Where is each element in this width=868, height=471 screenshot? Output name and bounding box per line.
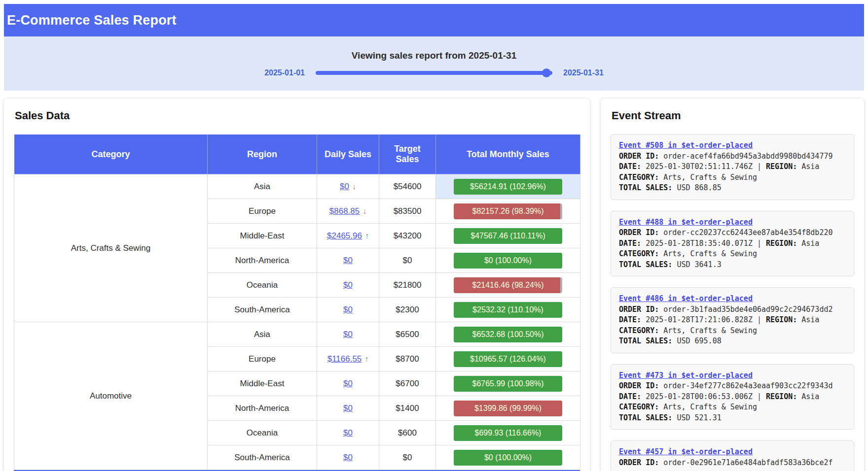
order-id-label: ORDER ID: xyxy=(619,152,659,161)
column-header-region: Region xyxy=(208,135,317,174)
region-cell: North-America xyxy=(208,248,317,273)
region-cell: South-America xyxy=(208,445,317,470)
event-card: Event #488 in $et-order-placedORDER ID: … xyxy=(611,211,854,277)
daily-sales-link[interactable]: $0 xyxy=(343,428,353,437)
daily-sales-cell: $0 xyxy=(317,371,379,396)
total-sales-progress-badge: $0 (100.00%) xyxy=(454,253,562,269)
event-title-line: Event #486 in $et-order-placed xyxy=(619,294,846,304)
daily-sales-link[interactable]: $2465.96 xyxy=(327,231,362,240)
daily-sales-link[interactable]: $0 xyxy=(343,379,353,388)
target-sales-cell: $0 xyxy=(379,445,436,470)
event-link[interactable]: Event #508 in $et-order-placed xyxy=(619,141,753,150)
total-monthly-sales-cell: $0 (100.00%) xyxy=(436,445,580,470)
separator: | xyxy=(757,162,761,171)
region-cell: Europe xyxy=(208,347,317,371)
event-order-id-line: ORDER ID: order-3b1faad35bde4e06ad99c2c2… xyxy=(619,304,846,315)
column-header-category: Category xyxy=(14,135,208,174)
daily-sales-cell: $0 xyxy=(317,248,379,273)
daily-sales-link[interactable]: $0 xyxy=(340,182,349,191)
region-cell: Middle-East xyxy=(208,371,317,396)
daily-sales-link[interactable]: $1166.55 xyxy=(327,354,362,364)
daily-sales-link[interactable]: $0 xyxy=(343,404,353,413)
region-cell: Oceania xyxy=(208,421,317,445)
region-label: REGION: xyxy=(766,239,797,248)
date-label: DATE: xyxy=(619,239,641,248)
category-label: CATEGORY: xyxy=(619,173,659,182)
event-link[interactable]: Event #473 in $et-order-placed xyxy=(619,371,753,380)
event-total-sales-line: TOTAL SALES: USD 695.08 xyxy=(619,336,846,347)
daily-sales-cell: $0↓ xyxy=(317,174,379,199)
target-sales-cell: $21800 xyxy=(379,273,436,298)
date-slider-row: 2025-01-01 2025-01-31 xyxy=(264,68,604,77)
target-sales-cell: $43200 xyxy=(379,224,436,248)
total-sales-value: $10965.57 (126.04%) xyxy=(454,351,562,367)
daily-sales-link[interactable]: $868.85 xyxy=(329,206,360,216)
event-card: Event #457 in $et-order-placedORDER ID: … xyxy=(611,440,854,471)
total-sales-value: $56214.91 (102.96%) xyxy=(454,179,562,195)
total-sales-progress-badge: $10965.57 (126.04%) xyxy=(454,351,562,367)
slider-max-label: 2025-01-31 xyxy=(563,68,604,77)
total-monthly-sales-cell: $6532.68 (100.50%) xyxy=(436,322,580,347)
total-sales-value: $6532.68 (100.50%) xyxy=(454,327,562,342)
separator: | xyxy=(757,392,761,401)
event-link[interactable]: Event #486 in $et-order-placed xyxy=(619,294,753,303)
total-monthly-sales-cell: $10965.57 (126.04%) xyxy=(436,347,580,371)
event-card: Event #486 in $et-order-placedORDER ID: … xyxy=(611,287,854,353)
daily-sales-link[interactable]: $0 xyxy=(343,280,353,290)
target-sales-cell: $6500 xyxy=(379,322,436,347)
date-filter-band: Viewing sales report from 2025-01-31 202… xyxy=(4,36,864,91)
region-cell: Asia xyxy=(208,322,317,347)
region-label: REGION: xyxy=(766,392,797,401)
daily-sales-link[interactable]: $0 xyxy=(343,305,353,314)
daily-sales-cell: $0 xyxy=(317,396,379,421)
total-sales-progress-badge: $6765.99 (100.98%) xyxy=(454,376,562,392)
table-row: Arts, Crafts & SewingAsia$0↓$54600$56214… xyxy=(14,174,580,199)
event-title-line: Event #488 in $et-order-placed xyxy=(619,217,846,228)
total-sales-progress-badge: $47567.46 (110.11%) xyxy=(454,228,562,244)
category-label: CATEGORY: xyxy=(619,249,659,258)
target-sales-cell: $54600 xyxy=(379,174,436,199)
category-label: CATEGORY: xyxy=(619,403,659,411)
total-sales-label: TOTAL SALES: xyxy=(619,336,672,345)
table-row: AutomotiveAsia$0$6500$6532.68 (100.50%) xyxy=(14,322,580,347)
event-total-sales-line: TOTAL SALES: USD 3641.3 xyxy=(619,260,846,270)
separator: | xyxy=(757,239,761,248)
total-sales-value: $6765.99 (100.98%) xyxy=(454,376,562,392)
region-cell: Europe xyxy=(208,199,317,224)
sales-table-header: CategoryRegionDaily SalesTarget SalesTot… xyxy=(14,135,580,174)
event-category-line: CATEGORY: Arts, Crafts & Sewing xyxy=(619,326,846,336)
total-monthly-sales-cell: $82157.26 (98.39%) xyxy=(436,199,580,224)
event-title-line: Event #508 in $et-order-placed xyxy=(619,140,846,151)
event-order-id-line: ORDER ID: order-acef4fa66bd945a3abdd9980… xyxy=(619,151,846,162)
event-date-region-line: DATE: 2025-01-28T00:06:53.006Z | REGION:… xyxy=(619,392,846,403)
target-sales-cell: $83500 xyxy=(379,199,436,224)
total-sales-progress-badge: $82157.26 (98.39%) xyxy=(454,203,562,219)
date-range-slider[interactable] xyxy=(316,71,552,75)
daily-sales-cell: $0 xyxy=(317,322,379,347)
daily-sales-link[interactable]: $0 xyxy=(343,453,353,462)
event-card: Event #508 in $et-order-placedORDER ID: … xyxy=(611,134,854,200)
daily-sales-link[interactable]: $0 xyxy=(343,256,353,265)
category-label: CATEGORY: xyxy=(619,326,659,335)
total-sales-progress-badge: $699.93 (116.66%) xyxy=(454,425,562,441)
slider-thumb[interactable] xyxy=(542,68,551,77)
target-sales-cell: $6700 xyxy=(379,371,436,396)
date-filter-title: Viewing sales report from 2025-01-31 xyxy=(352,50,516,61)
order-id-label: ORDER ID: xyxy=(619,228,659,237)
column-header-total-monthly-sales: Total Monthly Sales xyxy=(436,135,580,174)
event-category-line: CATEGORY: Arts, Crafts & Sewing xyxy=(619,172,846,183)
event-order-id-line: ORDER ID: order-34ef277c862e4a3eaaf903cc… xyxy=(619,381,846,392)
daily-sales-link[interactable]: $0 xyxy=(343,330,353,339)
app-header: E-Commerce Sales Report xyxy=(4,4,864,36)
event-total-sales-line: TOTAL SALES: USD 521.31 xyxy=(619,413,846,424)
target-sales-cell: $0 xyxy=(379,248,436,273)
order-id-label: ORDER ID: xyxy=(619,458,659,467)
category-cell: Arts, Crafts & Sewing xyxy=(14,174,208,322)
content-row: Sales Data CategoryRegionDaily SalesTarg… xyxy=(4,99,864,471)
event-date-region-line: DATE: 2025-01-28T17:21:06.828Z | REGION:… xyxy=(619,315,846,326)
category-cell: Automotive xyxy=(14,322,208,470)
event-link[interactable]: Event #457 in $et-order-placed xyxy=(619,447,753,456)
total-monthly-sales-cell: $6765.99 (100.98%) xyxy=(436,371,580,396)
total-sales-progress-badge: $56214.91 (102.96%) xyxy=(454,179,562,195)
event-link[interactable]: Event #488 in $et-order-placed xyxy=(619,218,753,227)
